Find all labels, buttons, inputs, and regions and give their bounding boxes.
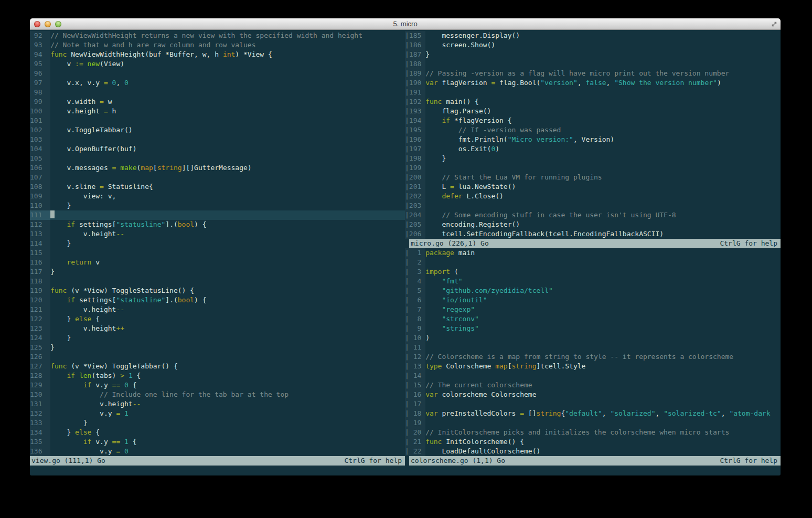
code-line[interactable]: |186 screen.Show() xyxy=(405,40,781,50)
code-line[interactable]: 107 xyxy=(30,173,405,182)
code-line[interactable]: | 10 ) xyxy=(405,333,781,343)
code-line[interactable]: 125 } xyxy=(30,343,405,352)
code-line[interactable]: | 15 // The current colorscheme xyxy=(405,380,781,390)
code-line[interactable]: 119 func (v *View) ToggleStatusLine() { xyxy=(30,286,405,295)
code-line[interactable]: |192 func main() { xyxy=(405,97,781,107)
code-line[interactable]: |190 var flagVersion = flag.Bool("versio… xyxy=(405,78,781,88)
code-line[interactable]: 123 v.height++ xyxy=(30,324,405,333)
code-line[interactable]: 102 v.ToggleTabbar() xyxy=(30,125,405,135)
code-line[interactable]: 124 } xyxy=(30,333,405,343)
code-line[interactable]: | 1 package main xyxy=(405,248,781,258)
resize-icon[interactable] xyxy=(771,20,778,28)
code-line[interactable]: | 17 xyxy=(405,399,781,409)
code-line[interactable]: |206 tcell.SetEncodingFallback(tcell.Enc… xyxy=(405,229,781,239)
code-line[interactable]: 109 view: v, xyxy=(30,192,405,201)
code-line[interactable]: 127 func (v *View) ToggleTabbar() { xyxy=(30,362,405,371)
code-line[interactable]: 98 xyxy=(30,88,405,97)
code-text: flag.Parse() xyxy=(425,107,491,115)
code-line[interactable]: 130 // Include one line for the tab bar … xyxy=(30,390,405,399)
code-line[interactable]: 129 if v.y == 0 { xyxy=(30,380,405,390)
code-line[interactable]: 97 v.x, v.y = 0, 0 xyxy=(30,78,405,88)
code-line[interactable]: | 4 "fmt" xyxy=(405,277,781,286)
pane-view-go[interactable]: 92 // NewViewWidthHeight returns a new v… xyxy=(30,31,405,456)
code-line[interactable]: |195 // If -version was passed xyxy=(405,125,781,135)
code-line[interactable]: | 2 xyxy=(405,258,781,267)
code-line[interactable]: 132 v.y = 1 xyxy=(30,409,405,418)
code-line[interactable]: | 21 func InitColorscheme() { xyxy=(405,437,781,447)
code-line[interactable]: |191 xyxy=(405,88,781,97)
code-line[interactable]: | 3 import ( xyxy=(405,267,781,277)
code-line[interactable]: | 16 var colorscheme Colorscheme xyxy=(405,390,781,399)
code-line[interactable]: | 5 "github.com/zyedidia/tcell" xyxy=(405,286,781,295)
code-line[interactable]: 103 xyxy=(30,135,405,144)
code-line[interactable]: 112 if settings["statusline"].(bool) { xyxy=(30,220,405,229)
code-line[interactable]: |197 os.Exit(0) xyxy=(405,144,781,154)
line-number: 131 xyxy=(30,400,50,408)
code-line[interactable]: 126 xyxy=(30,352,405,362)
code-line[interactable]: 121 v.height-- xyxy=(30,305,405,314)
code-line[interactable]: | 6 "io/ioutil" xyxy=(405,295,781,305)
code-line[interactable]: 95 v := new(View) xyxy=(30,59,405,69)
code-line[interactable]: 92 // NewViewWidthHeight returns a new v… xyxy=(30,31,405,40)
titlebar[interactable]: 5. micro xyxy=(30,18,781,30)
code-line[interactable]: 106 v.messages = make(map[string][]Gutte… xyxy=(30,163,405,173)
code-line[interactable]: 118 xyxy=(30,277,405,286)
code-line[interactable]: 105 xyxy=(30,154,405,163)
code-line[interactable]: | 19 xyxy=(405,418,781,428)
code-line[interactable]: 116 return v xyxy=(30,258,405,267)
code-line[interactable]: |202 defer L.Close() xyxy=(405,192,781,201)
code-line[interactable]: 117 } xyxy=(30,267,405,277)
code-line[interactable]: | 13 type Colorscheme map[string]tcell.S… xyxy=(405,362,781,371)
line-number: 128 xyxy=(30,372,50,379)
code-line[interactable]: |200 // Start the Lua VM for running plu… xyxy=(405,173,781,182)
code-line[interactable]: 111 xyxy=(30,210,405,220)
pane-colorscheme-go[interactable]: | 1 package main| 2 | 3 import (| 4 "fmt… xyxy=(405,248,781,456)
code-line[interactable]: 134 } else { xyxy=(30,428,405,437)
code-line[interactable]: |199 xyxy=(405,163,781,173)
code-line[interactable]: | 8 "strconv" xyxy=(405,314,781,324)
code-line[interactable]: 94 func NewViewWidthHeight(buf *Buffer, … xyxy=(30,50,405,59)
code-line[interactable]: |189 // Passing -version as a flag will … xyxy=(405,69,781,78)
code-line[interactable]: |193 flag.Parse() xyxy=(405,107,781,116)
code-line[interactable]: | 18 var preInstalledColors = []string{"… xyxy=(405,409,781,418)
code-line[interactable]: 110 } xyxy=(30,201,405,210)
code-line[interactable]: | 20 // InitColorscheme picks and initia… xyxy=(405,428,781,437)
code-line[interactable]: 122 } else { xyxy=(30,314,405,324)
pane-micro-go[interactable]: |185 messenger.Display()|186 screen.Show… xyxy=(405,31,781,239)
code-line[interactable]: |198 } xyxy=(405,154,781,163)
code-line[interactable]: | 7 "regexp" xyxy=(405,305,781,314)
code-line[interactable]: 133 } xyxy=(30,418,405,428)
code-line[interactable]: |204 // Some encoding stuff in case the … xyxy=(405,210,781,220)
code-line[interactable]: | 11 xyxy=(405,343,781,352)
code-line[interactable]: 131 v.height-- xyxy=(30,399,405,409)
code-line[interactable]: 114 } xyxy=(30,239,405,248)
code-line[interactable]: 93 // Note that w and h are raw column a… xyxy=(30,40,405,50)
code-text: v.height-- xyxy=(50,305,124,313)
code-line[interactable]: | 12 // Colorscheme is a map from string… xyxy=(405,352,781,362)
code-line[interactable]: |196 fmt.Println("Micro version:", Versi… xyxy=(405,135,781,144)
code-line[interactable]: |188 xyxy=(405,59,781,69)
code-line[interactable]: | 22 LoadDefaultColorscheme() xyxy=(405,447,781,456)
code-line[interactable]: 128 if len(tabs) > 1 { xyxy=(30,371,405,380)
code-line[interactable]: 136 v.y = 0 xyxy=(30,447,405,456)
code-line[interactable]: |205 encoding.Register() xyxy=(405,220,781,229)
code-line[interactable]: 115 xyxy=(30,248,405,258)
code-line[interactable]: |194 if *flagVersion { xyxy=(405,116,781,125)
code-line[interactable]: 135 if v.y == 1 { xyxy=(30,437,405,447)
code-line[interactable]: 104 v.OpenBuffer(buf) xyxy=(30,144,405,154)
command-line[interactable] xyxy=(30,466,781,475)
code-line[interactable]: |185 messenger.Display() xyxy=(405,31,781,40)
code-line[interactable]: 99 v.width = w xyxy=(30,97,405,107)
code-line[interactable]: |187 } xyxy=(405,50,781,59)
code-line[interactable]: 101 xyxy=(30,116,405,125)
code-line[interactable]: | 9 "strings" xyxy=(405,324,781,333)
code-line[interactable]: 120 if settings["statusline"].(bool) { xyxy=(30,295,405,305)
code-text: messenger.Display() xyxy=(425,31,520,39)
code-line[interactable]: 96 xyxy=(30,69,405,78)
code-line[interactable]: 113 v.height-- xyxy=(30,229,405,239)
code-line[interactable]: | 14 xyxy=(405,371,781,380)
code-line[interactable]: |201 L = lua.NewState() xyxy=(405,182,781,192)
code-line[interactable]: 100 v.height = h xyxy=(30,107,405,116)
code-line[interactable]: |203 xyxy=(405,201,781,210)
code-line[interactable]: 108 v.sline = Statusline{ xyxy=(30,182,405,192)
